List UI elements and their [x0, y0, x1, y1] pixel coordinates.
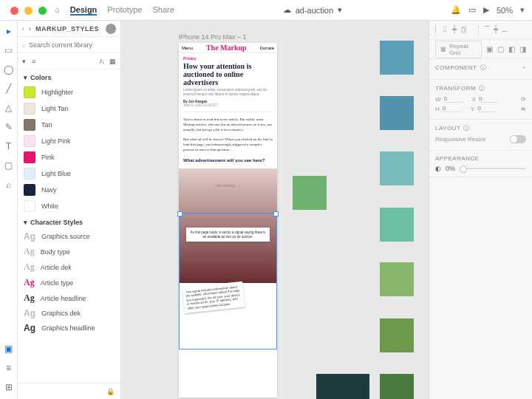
bool-sub-icon[interactable]: ▢ — [497, 45, 504, 53]
device-icon[interactable]: ▭ — [468, 5, 476, 15]
play-icon[interactable]: ▶ — [483, 5, 489, 15]
chevron-down-icon: ▾ — [338, 5, 342, 15]
char-style-article-dek[interactable]: AgArticle dek — [18, 259, 120, 275]
flip-icon[interactable]: ⇋ — [521, 106, 526, 112]
color-swatch-light-pink[interactable]: Light Pink — [18, 133, 120, 149]
align-bottom-icon[interactable]: ⎽ — [502, 25, 507, 35]
style-preview: Ag — [24, 293, 35, 304]
info-icon[interactable]: ⓘ — [480, 64, 487, 72]
style-label: Article dek — [41, 264, 72, 271]
align-top-icon[interactable]: ⎺ — [485, 25, 489, 35]
align-vcenter-icon[interactable]: ┿ — [494, 25, 498, 35]
tool-pen[interactable]: ✎ — [3, 121, 15, 133]
canvas-swatch[interactable] — [293, 176, 327, 210]
char-style-article-headline[interactable]: AgArticle headline — [18, 290, 120, 306]
minimize-dot[interactable] — [24, 7, 33, 15]
tab-share[interactable]: Share — [152, 5, 174, 16]
tool-text[interactable]: T — [3, 140, 15, 152]
style-preview: Ag — [24, 231, 35, 242]
info-icon[interactable]: ⓘ — [463, 124, 470, 132]
canvas-swatch[interactable] — [380, 374, 414, 399]
library-icon[interactable]: ▣ — [3, 343, 15, 355]
canvas[interactable]: iPhone 14 Pro Max – 1 Menu The Markup Do… — [121, 21, 429, 399]
artboard[interactable]: Menu The Markup Donate Privacy How your … — [179, 43, 277, 398]
canvas-swatch[interactable] — [316, 374, 369, 399]
color-swatch-pink[interactable]: Pink — [18, 149, 120, 166]
tab-prototype[interactable]: Prototype — [107, 5, 142, 16]
align-row: ⎸▯ ┿ ▯⎸ ⎺ ┿ ⎽ — [429, 21, 532, 40]
tool-line[interactable]: ╱ — [3, 83, 15, 95]
sort-icon[interactable]: ≡ — [32, 58, 35, 65]
tool-artboard[interactable]: ▢ — [3, 160, 15, 171]
align-hcenter-icon[interactable]: ┿ — [452, 25, 457, 35]
style-preview: Ag — [24, 323, 35, 333]
canvas-swatch[interactable] — [380, 41, 414, 75]
chevron-down-icon[interactable]: ▾ — [520, 5, 525, 15]
char-style-article-type[interactable]: AgArticle type — [18, 275, 120, 290]
color-swatch-white[interactable]: White — [18, 198, 120, 214]
responsive-label: Responsive Resize — [435, 136, 485, 143]
top-right: 🔔 ▭ ▶ 50% ▾ — [451, 5, 525, 15]
swatch-label: White — [41, 202, 58, 210]
doc-title[interactable]: ☁ ad-auction ▾ — [174, 5, 451, 15]
canvas-swatch[interactable] — [380, 96, 414, 130]
y-input[interactable] — [477, 105, 497, 112]
canvas-swatch[interactable] — [380, 262, 414, 296]
right-panel: ⎸▯ ┿ ▯⎸ ⎺ ┿ ⎽ ▦Repeat Grid ▣ ▢ ◧ ◨ COMPO… — [429, 21, 532, 399]
char-style-graphics-dek[interactable]: AgGraphics dek — [18, 306, 120, 321]
layers-icon[interactable]: ≡ — [3, 362, 15, 374]
align-left-icon[interactable]: ⎸▯ — [435, 25, 448, 35]
tool-select[interactable]: ▸ — [3, 25, 15, 37]
repeat-grid-button[interactable]: ▦Repeat Grid — [435, 41, 482, 58]
filter-icon[interactable]: ▾ — [22, 58, 26, 65]
char-style-body-type[interactable]: AgBody type — [18, 244, 120, 259]
chevron-left-icon[interactable]: ‹ — [22, 25, 24, 33]
top-bar: ⌂ Design Prototype Share ☁ ad-auction ▾ … — [0, 0, 532, 21]
close-dot[interactable] — [10, 7, 18, 15]
add-component-icon[interactable]: + — [522, 64, 526, 71]
chevron-left-icon[interactable]: ‹ — [29, 25, 31, 33]
home-icon[interactable]: ⌂ — [55, 5, 60, 16]
plugins-icon[interactable]: ⊞ — [3, 381, 15, 393]
notification-icon[interactable]: 🔔 — [451, 5, 461, 15]
avatar[interactable] — [106, 24, 116, 34]
canvas-swatch[interactable] — [380, 208, 414, 242]
style-preview: Ag — [24, 262, 35, 273]
char-style-graphics-source[interactable]: AgGraphics source — [18, 229, 120, 244]
color-swatch-light-blue[interactable]: Light Blue — [18, 166, 120, 182]
mockup-menu: Menu — [182, 46, 193, 50]
height-input[interactable] — [443, 105, 462, 112]
tool-ellipse[interactable]: ◯ — [3, 64, 15, 75]
color-swatch-navy[interactable]: Navy — [18, 182, 120, 198]
maximize-dot[interactable] — [38, 7, 47, 15]
colors-section-header[interactable]: ▾Colors — [18, 69, 120, 84]
align-right-icon[interactable]: ▯⎸ — [461, 25, 472, 35]
rotate-icon[interactable]: ⟳ — [521, 96, 526, 103]
zoom-level[interactable]: 50% — [497, 6, 513, 15]
info-icon[interactable]: ⓘ — [479, 84, 485, 92]
opacity-slider[interactable] — [460, 168, 526, 169]
bool-exc-icon[interactable]: ◨ — [519, 45, 526, 53]
library-name: MARKUP_STYLES — [35, 25, 99, 33]
width-input[interactable] — [444, 95, 463, 103]
canvas-swatch[interactable] — [380, 151, 414, 185]
tool-rect[interactable]: ▭ — [3, 44, 15, 56]
search-input[interactable] — [29, 41, 116, 49]
color-swatch-highlighter[interactable]: Highlighter — [18, 84, 120, 100]
grid-view-icon[interactable]: ▦ — [109, 58, 116, 65]
responsive-toggle[interactable] — [510, 135, 526, 143]
artboard-label[interactable]: iPhone 14 Pro Max – 1 — [179, 33, 247, 41]
char-style-graphics-headline[interactable]: AgGraphics headline — [18, 321, 120, 335]
lock-icon[interactable]: 🔒 — [106, 388, 115, 395]
tab-design[interactable]: Design — [70, 5, 98, 16]
color-swatch-light-tan[interactable]: Light Tan — [18, 100, 120, 117]
list-view-icon[interactable]: I↓ — [100, 58, 105, 65]
x-input[interactable] — [479, 95, 498, 103]
bool-add-icon[interactable]: ▣ — [486, 45, 493, 53]
color-swatch-tan[interactable]: Tan — [18, 117, 120, 133]
canvas-swatch[interactable] — [380, 318, 414, 352]
tool-zoom[interactable]: ⌕ — [3, 179, 15, 191]
tool-triangle[interactable]: △ — [3, 102, 15, 114]
styles-section-header[interactable]: ▾Character Styles — [18, 214, 120, 229]
bool-int-icon[interactable]: ◧ — [508, 45, 515, 53]
